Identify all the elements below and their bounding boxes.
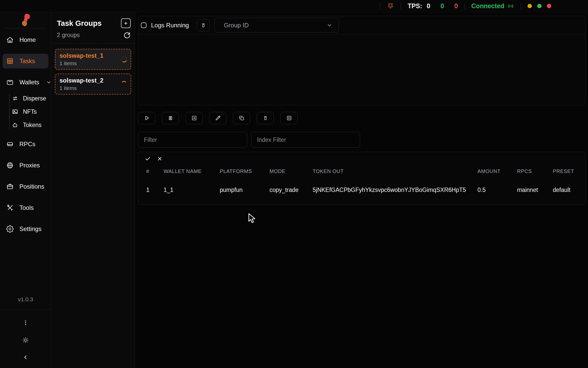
window-control-red-button[interactable]: [547, 4, 551, 8]
sidebar-item-label: Settings: [19, 225, 42, 233]
top-bar: TPS: 0 0 0 Connected: [0, 0, 588, 12]
add-task-button[interactable]: [186, 112, 203, 124]
confirm-check-icon[interactable]: [144, 155, 151, 162]
clear-logs-button[interactable]: [197, 19, 210, 31]
kebab-menu-icon[interactable]: [22, 319, 29, 326]
tools-icon: [6, 204, 14, 212]
logs-running-checkbox[interactable]: [141, 22, 146, 28]
sidebar-item-rpcs[interactable]: RPCs: [3, 137, 48, 152]
main-content: Logs Running Group ID: [135, 12, 588, 368]
refresh-groups-button[interactable]: [123, 31, 131, 39]
group-list: solswap-test_1 1 items solswap-test_2 1 …: [51, 44, 135, 103]
group-item-count: 1 items: [59, 85, 127, 91]
tps-fail-value: 0: [454, 2, 458, 10]
broadcast-signal-icon: [507, 3, 514, 9]
start-tasks-button[interactable]: [138, 112, 155, 124]
tps-label: TPS:: [408, 2, 422, 10]
cell-index: 1: [146, 187, 164, 193]
copy-icon: [239, 115, 245, 121]
sidebar-item-wallets[interactable]: Wallets: [3, 75, 48, 90]
sidebar-footer: v1.0.3: [0, 296, 51, 368]
sidebar-item-positions[interactable]: Positions: [3, 179, 48, 194]
duplicate-task-button[interactable]: [233, 112, 250, 124]
home-icon: [6, 36, 14, 44]
sidebar-item-label: RPCs: [19, 141, 35, 148]
column-header-index: #: [146, 168, 164, 174]
sidebar-item-home[interactable]: Home: [3, 32, 48, 47]
pause-icon: [167, 115, 174, 121]
task-groups-panel: Task Groups 2 groups: [51, 12, 135, 368]
sidebar-item-label: Home: [19, 36, 36, 43]
connection-status-text: Connected: [471, 2, 504, 10]
divider: [401, 3, 401, 9]
column-header-preset: PRESET: [553, 168, 585, 174]
edit-task-button[interactable]: [209, 112, 226, 124]
window-control-green-button[interactable]: [537, 4, 542, 8]
collapse-sidebar-chevron-icon[interactable]: [22, 354, 29, 360]
sidebar-item-tasks[interactable]: Tasks: [3, 54, 48, 68]
filter-input[interactable]: [138, 132, 247, 148]
group-spinner-icon: [121, 56, 127, 62]
tasks-table-panel: # WALLET NAME PLATFORMS MODE TOKEN OUT A…: [138, 152, 585, 205]
piggy-bank-icon: [12, 122, 18, 128]
theme-sun-icon[interactable]: [22, 337, 29, 343]
column-header-mode: MODE: [270, 168, 313, 174]
briefcase-icon: [6, 183, 14, 190]
cell-rpcs: mainnet: [517, 187, 553, 193]
group-id-select-value: Group ID: [224, 22, 249, 29]
cancel-x-icon[interactable]: [157, 156, 163, 162]
group-id-select[interactable]: Group ID: [214, 18, 339, 32]
table-header-row: # WALLET NAME PLATFORMS MODE TOKEN OUT A…: [138, 165, 585, 177]
task-groups-title: Task Groups: [57, 19, 102, 28]
sidebar-item-label: Disperse: [23, 95, 46, 102]
group-item-count: 1 items: [59, 60, 127, 66]
app-logo: [0, 12, 51, 28]
refresh-icon: [123, 31, 131, 39]
edit-json-button[interactable]: [280, 112, 298, 124]
notification-bell-icon[interactable]: [387, 3, 394, 10]
group-card-solswap-test-1[interactable]: solswap-test_1 1 items: [55, 49, 131, 70]
group-card-solswap-test-2[interactable]: solswap-test_2 1 items: [55, 74, 131, 95]
divider: [0, 309, 51, 310]
mouse-cursor: [248, 213, 257, 224]
chevron-down-icon: [326, 22, 333, 28]
window-controls: [528, 4, 551, 8]
trash-icon: [201, 22, 206, 28]
column-header-rpcs: RPCS: [517, 168, 553, 174]
task-groups-header: Task Groups 2 groups: [51, 12, 135, 44]
sidebar-nav: Home Tasks Wallets: [0, 28, 51, 243]
app-version: v1.0.3: [18, 296, 33, 303]
table-row[interactable]: 1 1_1 pumpfun copy_trade 5jNKEfGACPbGFyh…: [138, 177, 585, 203]
tps-success-value: 0: [440, 2, 444, 10]
image-icon: [12, 108, 18, 115]
sidebar-item-label: Positions: [19, 183, 44, 190]
window-control-yellow-button[interactable]: [528, 4, 532, 8]
sidebar-item-proxies[interactable]: Proxies: [3, 158, 48, 173]
cell-platforms: pumpfun: [220, 187, 270, 193]
play-icon: [143, 115, 150, 121]
divider: [464, 3, 465, 9]
globe-icon: [6, 162, 14, 169]
add-group-button[interactable]: [121, 18, 131, 28]
plus-icon: [123, 21, 128, 26]
logs-panel: Logs Running Group ID: [138, 16, 585, 105]
pause-tasks-button[interactable]: [162, 112, 179, 124]
sidebar-item-label: Proxies: [19, 162, 40, 169]
index-filter-input[interactable]: [251, 132, 360, 148]
connection-status: Connected: [471, 2, 514, 10]
logs-running-label: Logs Running: [151, 22, 189, 29]
sidebar-item-tools[interactable]: Tools: [3, 200, 48, 215]
tps-status: TPS: 0 0 0: [408, 2, 458, 10]
column-header-amount: AMOUNT: [477, 168, 517, 174]
sidebar-item-label: NFTs: [23, 108, 37, 115]
sidebar-item-label: Tasks: [19, 57, 35, 65]
sidebar-item-settings[interactable]: Settings: [3, 222, 48, 236]
sidebar-item-label: Tokens: [23, 122, 42, 129]
group-spinner-icon: [121, 81, 127, 87]
column-header-platforms: PLATFORMS: [220, 168, 270, 174]
task-toolbar: [138, 112, 585, 124]
delete-task-button[interactable]: [257, 112, 274, 124]
cell-preset: default: [553, 187, 585, 193]
group-name: solswap-test_1: [59, 52, 127, 59]
logs-header: Logs Running Group ID: [138, 16, 585, 34]
